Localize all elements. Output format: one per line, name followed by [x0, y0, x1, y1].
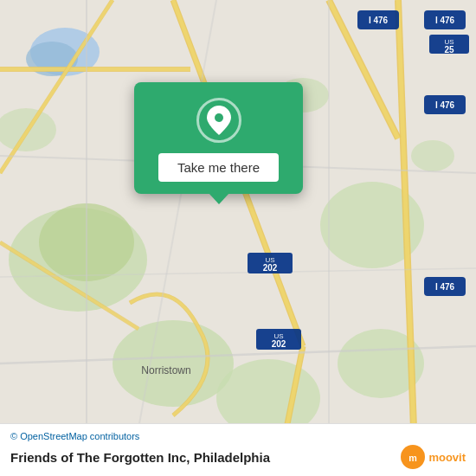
take-me-there-button[interactable]: Take me there [158, 153, 279, 182]
bottom-bar-top: © OpenStreetMap contributors [10, 431, 466, 441]
svg-text:I 476: I 476 [435, 16, 455, 25]
svg-point-9 [411, 140, 454, 171]
moovit-icon: m [405, 449, 421, 465]
moovit-logo: m moovit [401, 445, 466, 469]
svg-text:I 476: I 476 [435, 282, 455, 292]
svg-text:Norristown: Norristown [141, 364, 190, 376]
popup-card: Take me there [134, 82, 303, 194]
svg-text:202: 202 [272, 339, 286, 349]
svg-point-50 [215, 113, 223, 122]
bottom-bar-row: Friends of The Forgotten Inc, Philadelph… [10, 445, 466, 469]
svg-text:I 476: I 476 [369, 16, 389, 25]
location-title: Friends of The Forgotten Inc, Philadelph… [10, 450, 401, 465]
location-pin-icon [207, 106, 231, 135]
osm-attribution-link[interactable]: © OpenStreetMap contributors [10, 431, 139, 441]
map-container: I 476 I 476 I 476 I 476 US 202 US 202 US… [0, 0, 476, 476]
svg-text:202: 202 [263, 263, 278, 273]
svg-text:m: m [409, 453, 418, 463]
map-background: I 476 I 476 I 476 I 476 US 202 US 202 US… [0, 0, 476, 476]
location-icon-circle [196, 98, 241, 143]
moovit-dot: m [401, 445, 425, 469]
moovit-text: moovit [428, 451, 466, 464]
svg-point-4 [113, 320, 234, 407]
bottom-bar: © OpenStreetMap contributors Friends of … [0, 423, 476, 476]
svg-text:25: 25 [444, 45, 454, 55]
svg-text:I 476: I 476 [435, 100, 455, 110]
